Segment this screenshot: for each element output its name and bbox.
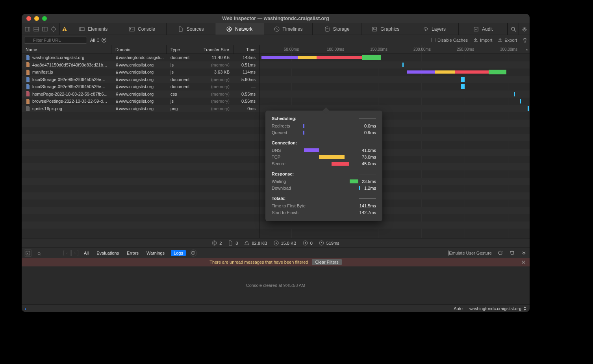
waterfall-row[interactable] bbox=[260, 98, 530, 105]
circular-filter-icon[interactable] bbox=[101, 37, 107, 43]
col-header-transfer[interactable]: Transfer Size bbox=[194, 45, 233, 54]
table-row[interactable]: homePage-2022-10-03-22-59-c87fb6... www.… bbox=[22, 91, 259, 98]
warnings-indicator-icon[interactable] bbox=[60, 23, 69, 35]
globe-icon bbox=[212, 240, 217, 246]
tab-timelines[interactable]: Timelines bbox=[264, 23, 313, 35]
tt-label: Queued bbox=[272, 130, 299, 135]
maximize-button[interactable] bbox=[42, 16, 47, 21]
cell-time: 143ms bbox=[233, 54, 259, 61]
waterfall-row[interactable] bbox=[260, 83, 530, 91]
svg-rect-38 bbox=[26, 251, 30, 255]
tab-label: Audit bbox=[482, 26, 493, 32]
tt-value: 0.9ms bbox=[356, 130, 376, 135]
tab-layers[interactable]: Layers bbox=[410, 23, 459, 35]
console-filter-logs[interactable]: Logs bbox=[171, 250, 186, 256]
col-header-name[interactable]: Name bbox=[22, 45, 111, 54]
console-toolbar-right: Emulate User Gesture bbox=[448, 249, 527, 257]
cell-name: homePage-2022-10-03-22-59-c87fb6... bbox=[22, 91, 111, 98]
minimize-button[interactable] bbox=[34, 16, 39, 21]
collapse-console-button[interactable] bbox=[520, 249, 527, 257]
reload-button[interactable] bbox=[497, 249, 504, 257]
table-row[interactable]: localStorage-092e9f9e2f09450529e74... ww… bbox=[22, 76, 259, 83]
dock-right-icon[interactable] bbox=[24, 26, 31, 33]
clear-console-button[interactable] bbox=[508, 249, 515, 257]
table-row-empty bbox=[22, 156, 259, 163]
table-row-empty bbox=[22, 163, 259, 171]
col-header-type[interactable]: Type bbox=[167, 45, 194, 54]
console-toolbar: ‹ › AllEvaluationsErrorsWarningsLogs Emu… bbox=[22, 248, 530, 258]
console-filter-evaluations[interactable]: Evaluations bbox=[95, 250, 120, 256]
settings-gear-icon[interactable] bbox=[519, 23, 530, 35]
tab-network[interactable]: Network bbox=[215, 23, 264, 35]
tab-audit[interactable]: Audit bbox=[459, 23, 508, 35]
table-row[interactable]: sprite-16px.png www.craigslist.orgpng(me… bbox=[22, 105, 259, 113]
waterfall-row[interactable] bbox=[260, 91, 530, 98]
banner-close-button[interactable]: ✕ bbox=[521, 259, 526, 265]
tab-label: Graphics bbox=[380, 26, 399, 32]
web-inspector-window: Web Inspector — washingtondc.craigslist.… bbox=[22, 14, 530, 312]
toggle-split-console-icon[interactable] bbox=[24, 249, 32, 257]
checkbox-icon bbox=[431, 38, 435, 42]
clear-filters-button[interactable]: Clear Filters bbox=[312, 259, 341, 265]
console-prompt-input[interactable] bbox=[30, 305, 454, 311]
status-value: 0 bbox=[310, 241, 313, 246]
details-sidebar-toggle[interactable] bbox=[524, 45, 530, 54]
console-filter-all[interactable]: All bbox=[82, 250, 90, 256]
console-level-filters: AllEvaluationsErrorsWarningsLogs bbox=[82, 250, 186, 256]
tt-label: Secure bbox=[272, 161, 299, 166]
dock-bottom-icon[interactable] bbox=[33, 26, 40, 33]
type-filter-dropdown[interactable]: All bbox=[90, 37, 107, 43]
table-row[interactable]: washingtondc.craigslist.org washingtondc… bbox=[22, 54, 259, 61]
status-value: 15.0 KB bbox=[281, 241, 296, 246]
cell-transfer: (memory) bbox=[194, 61, 233, 69]
svg-rect-4 bbox=[43, 27, 47, 31]
import-button[interactable]: Import bbox=[473, 38, 492, 42]
search-icon[interactable] bbox=[508, 23, 519, 35]
table-row-empty bbox=[22, 214, 259, 222]
console-output[interactable]: Console cleared at 9:45:58 AM bbox=[22, 266, 530, 304]
tab-console[interactable]: Console bbox=[118, 23, 167, 35]
filter-url-input[interactable] bbox=[24, 37, 87, 44]
tab-graphics[interactable]: Graphics bbox=[361, 23, 410, 35]
tt-label: Start to Finish bbox=[272, 210, 323, 215]
waterfall-row[interactable] bbox=[260, 76, 530, 83]
table-row[interactable]: 4aa8d471150d0d57d40f99d83cd21b71... www.… bbox=[22, 61, 259, 69]
svg-point-24 bbox=[524, 28, 525, 30]
export-button[interactable]: Export bbox=[498, 38, 517, 42]
waterfall-row[interactable] bbox=[260, 54, 530, 61]
filter-scope-icon[interactable] bbox=[190, 249, 197, 257]
tab-elements[interactable]: Elements bbox=[69, 23, 118, 35]
trash-button[interactable] bbox=[523, 38, 527, 42]
upload-icon bbox=[303, 240, 308, 246]
table-row-empty bbox=[22, 134, 259, 142]
waterfall-row[interactable] bbox=[260, 61, 530, 69]
table-row[interactable]: browsePostings-2022-10-03-22-59-d1... ww… bbox=[22, 98, 259, 105]
col-header-time[interactable]: Time bbox=[233, 45, 259, 54]
close-button[interactable] bbox=[26, 16, 31, 21]
console-filter-warnings[interactable]: Warnings bbox=[145, 250, 166, 256]
col-header-domain[interactable]: Domain bbox=[111, 45, 167, 54]
nav-forward[interactable]: › bbox=[71, 250, 78, 256]
table-row[interactable]: localStorage-092e9f9e2f09450529e74... ww… bbox=[22, 83, 259, 91]
tab-sources[interactable]: Sources bbox=[167, 23, 215, 35]
table-body[interactable]: washingtondc.craigslist.org washingtondc… bbox=[22, 54, 259, 238]
execution-context-selector[interactable]: Auto — washingtondc.craigslist.org bbox=[454, 306, 526, 311]
cell-transfer: 11.40 KB bbox=[194, 54, 233, 61]
emulate-gesture-checkbox[interactable]: Emulate User Gesture bbox=[448, 251, 492, 255]
element-picker-icon[interactable] bbox=[50, 26, 57, 33]
table-row[interactable]: manifest.js www.craigslist.orgjs3.63 KB1… bbox=[22, 68, 259, 76]
timeline-ruler[interactable]: 50.00ms 100.00ms 150.00ms 200.00ms 250.0… bbox=[260, 45, 530, 54]
console-filter-errors[interactable]: Errors bbox=[125, 250, 140, 256]
console-search-wrap bbox=[36, 251, 59, 255]
cell-name: localStorage-092e9f9e2f09450529e74... bbox=[22, 76, 111, 83]
svg-rect-26 bbox=[116, 57, 118, 59]
dock-left-icon[interactable] bbox=[41, 26, 48, 33]
disable-caches-checkbox[interactable]: Disable Caches bbox=[431, 38, 468, 42]
waterfall-row-empty bbox=[260, 229, 530, 236]
waterfall-row[interactable] bbox=[260, 68, 530, 76]
tab-storage[interactable]: Storage bbox=[313, 23, 361, 35]
table-row-empty bbox=[22, 185, 259, 192]
document-icon bbox=[228, 240, 233, 246]
cell-time: — bbox=[233, 83, 259, 91]
nav-back[interactable]: ‹ bbox=[63, 250, 70, 256]
